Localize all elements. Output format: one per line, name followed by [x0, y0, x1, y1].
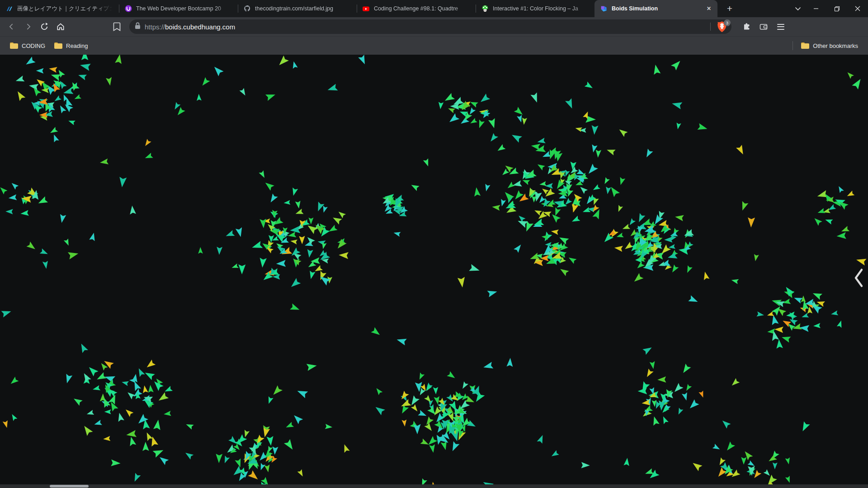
tab-title: Boids Simulation — [612, 5, 702, 12]
tab-search-chevron-icon[interactable] — [790, 2, 806, 15]
url-protocol: https:// — [145, 23, 165, 31]
toolbar: https://boids.cubedhuang.com 3 — [0, 17, 868, 36]
new-tab-button[interactable]: + — [723, 2, 736, 15]
chevron-left-icon — [853, 267, 864, 289]
tab-title: thecodingtrain.com/starfield.jpg — [255, 5, 352, 12]
reload-button[interactable] — [36, 19, 52, 34]
bookmarks-bar: CODING Reading Other bookmarks — [0, 36, 868, 55]
tab-github[interactable]: thecodingtrain.com/starfield.jpg — [238, 0, 357, 17]
tab-strip: 画像とレイアウト｜クリエイティブコーデ The Web Developer Bo… — [0, 0, 868, 17]
github-icon — [243, 5, 251, 13]
tab-udemy[interactable]: The Web Developer Bootcamp 20 — [119, 0, 238, 17]
tab-title: Coding Challenge #98.1: Quadtre — [374, 5, 471, 12]
bookmark-folder-reading[interactable]: Reading — [50, 40, 92, 52]
settings-panel-toggle[interactable] — [852, 265, 865, 291]
bookmark-folder-label: Reading — [66, 42, 88, 49]
udemy-icon — [124, 5, 132, 13]
tab-color-flocking[interactable]: Interactive #1: Color Flocking – Ja — [476, 0, 594, 17]
close-window-button[interactable] — [847, 0, 868, 17]
menu-hamburger-icon[interactable] — [772, 19, 789, 34]
tab-close-icon[interactable]: ✕ — [705, 5, 713, 13]
slashes-icon — [5, 5, 13, 13]
brave-shield-button[interactable]: 3 — [715, 20, 729, 33]
tab-creative-coding[interactable]: 画像とレイアウト｜クリエイティブコーデ — [0, 0, 119, 17]
restore-button[interactable] — [826, 0, 847, 17]
tab-title: Interactive #1: Color Flocking – Ja — [493, 5, 590, 12]
mushroom-icon — [481, 5, 489, 13]
boids-canvas[interactable] — [0, 55, 868, 488]
forward-button[interactable] — [20, 19, 36, 34]
url-host: boids.cubedhuang.com — [165, 23, 235, 31]
tab-youtube[interactable]: Coding Challenge #98.1: Quadtre — [357, 0, 476, 17]
window-controls — [806, 0, 868, 17]
url-text[interactable]: https://boids.cubedhuang.com — [145, 23, 706, 31]
address-bar[interactable]: https://boids.cubedhuang.com 3 — [129, 19, 731, 34]
bookmark-folder-coding[interactable]: CODING — [5, 40, 50, 52]
tab-title: The Web Developer Bootcamp 20 — [136, 5, 233, 12]
address-bar-divider — [710, 23, 711, 31]
folder-icon — [10, 42, 18, 49]
home-button[interactable] — [52, 19, 69, 34]
bookmarks-divider — [793, 41, 793, 50]
folder-icon — [54, 42, 62, 49]
other-bookmarks-folder[interactable]: Other bookmarks — [797, 40, 863, 52]
shield-badge: 3 — [724, 19, 731, 26]
tab-title: 画像とレイアウト｜クリエイティブコーデ — [17, 5, 114, 13]
lock-icon[interactable] — [135, 22, 141, 31]
boids-cube-icon — [600, 5, 608, 13]
horizontal-scrollbar[interactable] — [0, 484, 868, 488]
boids-simulation-svg — [0, 55, 868, 488]
bookmark-folder-label: CODING — [22, 42, 45, 49]
scrollbar-thumb[interactable] — [50, 485, 89, 488]
extensions-puzzle-icon[interactable] — [738, 19, 755, 34]
toolbar-right-icons — [738, 19, 789, 34]
tab-boids-simulation[interactable]: Boids Simulation ✕ — [594, 0, 717, 17]
browser-window: 画像とレイアウト｜クリエイティブコーデ The Web Developer Bo… — [0, 0, 868, 488]
other-bookmarks-label: Other bookmarks — [813, 42, 858, 49]
youtube-icon — [362, 5, 370, 13]
back-button[interactable] — [4, 19, 20, 34]
folder-icon — [801, 42, 809, 49]
minimize-button[interactable] — [806, 0, 826, 17]
wallet-icon[interactable] — [755, 19, 772, 34]
bookmark-flag-icon[interactable] — [108, 19, 125, 34]
